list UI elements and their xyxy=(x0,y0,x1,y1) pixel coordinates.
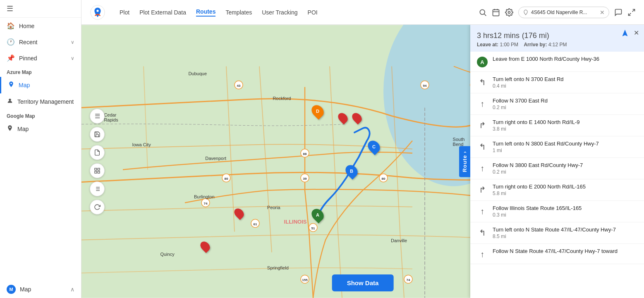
svg-point-28 xyxy=(301,275,309,284)
turn-right-icon: ↱ xyxy=(477,120,488,131)
svg-text:155: 155 xyxy=(302,278,308,282)
address-text: 4S645 Old Naperville R... xyxy=(531,10,597,15)
svg-line-9 xyxy=(632,9,635,12)
address-search-bar[interactable]: 4S645 Old Naperville R... ✕ xyxy=(518,7,609,18)
sidebar-item-label: Territory Management xyxy=(17,98,74,105)
navigate-icon[interactable] xyxy=(621,29,629,39)
search-button[interactable] xyxy=(479,8,487,17)
city-quincy: Quincy xyxy=(160,252,174,257)
logo xyxy=(90,5,105,20)
pin-red-1[interactable] xyxy=(339,112,347,123)
city-rockford: Rockford xyxy=(273,96,291,101)
pin-red-5[interactable] xyxy=(235,208,243,219)
direction-main-text: Turn left onto N 3800 East Rd/County Hwy… xyxy=(493,141,637,147)
direction-text: Follow Illinois State Route 165/IL-165 0… xyxy=(493,205,637,218)
route-tab-label: Route xyxy=(462,155,468,172)
direction-distance: 0.3 mi xyxy=(493,212,637,218)
direction-main-text: Turn left onto N 3700 East Rd xyxy=(493,76,637,82)
city-burlington: Burlington xyxy=(194,194,215,199)
map-menu-button[interactable]: ☰ xyxy=(90,109,105,124)
pin-b[interactable]: B xyxy=(346,164,357,178)
direction-main-text: Turn right onto E 1400 North Rd/IL-9 xyxy=(493,119,637,125)
route-panel-header: ✕ 3 hrs12 mins (176 mi) Leave at: 1:00 P… xyxy=(470,25,644,52)
svg-point-16 xyxy=(301,174,309,182)
turn-left-icon: ↰ xyxy=(477,227,488,238)
close-panel-button[interactable]: ✕ xyxy=(634,29,639,37)
chat-button[interactable] xyxy=(614,8,622,17)
map-pin-icon xyxy=(7,125,13,133)
sidebar-item-label: Recent xyxy=(19,39,37,45)
show-data-button[interactable]: Show Data xyxy=(332,274,394,291)
direction-item: ↑ Follow N State Route 47/IL-47/County H… xyxy=(470,244,644,264)
sidebar-item-google-map[interactable]: Map xyxy=(0,121,81,137)
sidebar-item-recent[interactable]: 🕐 Recent ∨ xyxy=(0,34,81,50)
chevron-down-icon: ∨ xyxy=(71,55,74,61)
city-dubuque: Dubuque xyxy=(188,71,207,76)
direction-main-text: Follow N 3700 East Rd xyxy=(493,98,637,104)
sidebar-item-azure-map[interactable]: Map xyxy=(0,77,81,93)
nav-user-tracking[interactable]: User Tracking xyxy=(262,9,297,16)
map-container[interactable]: 88 39 80 80 74 61 51 155 72 74 65 94 43 xyxy=(81,25,644,298)
map-list-button[interactable] xyxy=(90,181,105,196)
bottom-map-label: Map xyxy=(20,286,31,293)
svg-text:74: 74 xyxy=(407,278,410,282)
settings-button[interactable] xyxy=(505,8,513,17)
direction-text: Follow N State Route 47/IL-47/County Hwy… xyxy=(493,248,637,254)
svg-point-32 xyxy=(404,275,412,284)
nav-templates[interactable]: Templates xyxy=(225,9,252,16)
pin-c[interactable]: C xyxy=(369,140,379,153)
city-iowa-city: Iowa City xyxy=(132,142,151,147)
hamburger-icon[interactable]: ☰ xyxy=(7,4,13,13)
arrive-label: Arrive by: xyxy=(524,42,547,48)
direction-text: Turn left onto N State Route 47/IL-47/Co… xyxy=(493,226,637,239)
map-save-button[interactable] xyxy=(90,127,105,142)
turn-right-icon: ↱ xyxy=(477,184,488,195)
svg-point-38 xyxy=(235,81,243,89)
route-side-tab[interactable]: Route › xyxy=(459,146,470,177)
pin-a-start[interactable]: A xyxy=(312,208,323,222)
direction-text: Leave from E 1000 North Rd/County Hwy-36 xyxy=(493,56,637,62)
svg-point-36 xyxy=(421,81,429,89)
route-directions[interactable]: A Leave from E 1000 North Rd/County Hwy-… xyxy=(470,52,644,298)
direction-main-text: Turn right onto E 2000 North Rd/IL-165 xyxy=(493,184,637,190)
nav-plot[interactable]: Plot xyxy=(120,9,129,16)
route-duration: 3 hrs12 mins (176 mi) xyxy=(477,31,637,40)
sidebar-item-home[interactable]: 🏠 Home xyxy=(0,18,81,34)
expand-button[interactable] xyxy=(627,8,636,17)
pin-red-6[interactable] xyxy=(201,241,209,252)
nav-plot-external[interactable]: Plot External Data xyxy=(139,9,186,16)
route-panel: ✕ 3 hrs12 mins (176 mi) Leave at: 1:00 P… xyxy=(470,25,644,298)
clear-search-icon[interactable]: ✕ xyxy=(600,9,605,16)
main-content: Plot Plot External Data Routes Templates… xyxy=(81,0,644,298)
sidebar-item-pinned[interactable]: 📌 Pinned ∨ xyxy=(0,50,81,66)
city-cedar-rapids: CedarRapids xyxy=(104,112,118,122)
sidebar-item-territory[interactable]: Territory Management xyxy=(0,93,81,110)
map-refresh-button[interactable] xyxy=(90,200,105,215)
turn-left-icon: ↰ xyxy=(477,141,488,152)
straight-icon: ↑ xyxy=(477,249,488,260)
pin-d[interactable]: D xyxy=(312,105,323,118)
direction-distance: 1 mi xyxy=(493,148,637,153)
nav-routes[interactable]: Routes xyxy=(196,8,215,17)
city-south-bend: SouthBend xyxy=(453,137,465,147)
svg-rect-46 xyxy=(95,171,97,173)
calendar-button[interactable] xyxy=(492,8,500,17)
nav-poi[interactable]: POI xyxy=(308,9,318,16)
direction-main-text: Leave from E 1000 North Rd/County Hwy-36 xyxy=(493,56,637,62)
map-doc-button[interactable] xyxy=(90,145,105,160)
svg-text:43: 43 xyxy=(237,84,241,88)
svg-point-22 xyxy=(201,199,210,207)
direction-text: Turn right onto E 1400 North Rd/IL-9 3.8… xyxy=(493,119,637,132)
azure-section-label: Azure Map xyxy=(0,66,81,77)
sidebar-bottom-map[interactable]: M Map ∧ xyxy=(0,281,81,298)
sidebar-item-label: Home xyxy=(19,23,34,29)
sidebar: ☰ 🏠 Home 🕐 Recent ∨ 📌 Pinned ∨ Azure Map… xyxy=(0,0,81,298)
map-grid-button[interactable] xyxy=(90,163,105,178)
city-peoria: Peoria xyxy=(267,205,280,210)
direction-main-text: Follow Illinois State Route 165/IL-165 xyxy=(493,205,637,211)
sidebar-item-label: Map xyxy=(17,126,29,132)
pin-red-2[interactable] xyxy=(353,112,361,123)
arrive-time: 4:12 PM xyxy=(548,42,567,48)
start-icon: A xyxy=(477,57,488,67)
direction-text: Turn right onto E 2000 North Rd/IL-165 5… xyxy=(493,184,637,196)
